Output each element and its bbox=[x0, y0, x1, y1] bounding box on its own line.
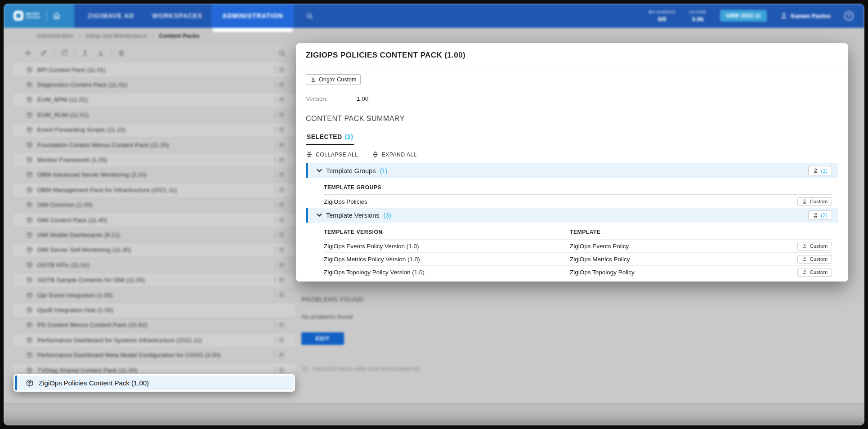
package-icon bbox=[26, 337, 33, 344]
problems-found-text: No problems found bbox=[301, 313, 353, 320]
expand-all-button[interactable]: EXPAND ALL bbox=[372, 151, 417, 158]
add-icon[interactable] bbox=[24, 49, 31, 57]
content-pack-list-item[interactable]: Diagnostics Content Pack (11.01) bbox=[13, 77, 295, 92]
content-pack-list-item[interactable]: Monitor Framework (1.05) bbox=[13, 152, 295, 167]
custom-origin-pill: Custom bbox=[797, 268, 832, 277]
cell-template: ZigiOps Topology Policy bbox=[570, 269, 797, 276]
content-pack-label: OOTB Sample Contents for OMi (11.00) bbox=[37, 277, 145, 283]
content-pack-list-item[interactable]: OMi Server Self-Monitoring (11.30) bbox=[13, 243, 295, 258]
content-pack-label: OMi Mobile Dashboards (9.21) bbox=[37, 232, 120, 238]
my-events-stat[interactable]: MY EVENTS 0/0 bbox=[649, 9, 676, 22]
custom-origin-pill: Custom bbox=[797, 242, 832, 250]
custom-origin-pill: Custom bbox=[797, 255, 832, 264]
panel-title: ZIGIOPS POLICIES CONTENT PACK (1.00) bbox=[296, 43, 848, 66]
predefined-indicator-icon bbox=[275, 81, 284, 88]
predefined-indicator-icon bbox=[275, 232, 284, 238]
content-pack-list-item[interactable]: OpsB Integration Hub (1.00) bbox=[13, 303, 295, 317]
pill-label: Custom bbox=[810, 269, 828, 275]
package-icon bbox=[26, 126, 33, 133]
tab-selected-label: SELECTED bbox=[307, 133, 342, 140]
package-icon bbox=[26, 217, 33, 223]
content-pack-list-item[interactable]: Opr Event Integration (1.00) bbox=[13, 288, 295, 303]
list-toolbar bbox=[13, 44, 295, 63]
my-events-label: MY EVENTS bbox=[649, 9, 676, 14]
edit-icon[interactable] bbox=[40, 49, 47, 57]
cell-template: ZigiOps Metrics Policy bbox=[570, 256, 797, 263]
active-label: ACTIVE bbox=[689, 9, 706, 14]
content-pack-list-item[interactable]: Performance Dashboard Meta Model Configu… bbox=[13, 348, 295, 362]
package-icon bbox=[26, 277, 33, 283]
list-search-icon[interactable] bbox=[278, 49, 286, 57]
section-count: (1) bbox=[380, 167, 387, 174]
content-pack-list-item[interactable]: OOTB Sample Contents for OMi (11.00) bbox=[13, 273, 295, 287]
package-icon bbox=[26, 201, 33, 208]
delete-icon[interactable] bbox=[118, 49, 125, 57]
content-pack-list-item[interactable]: Foundation Context Menus Content Pack (1… bbox=[13, 138, 295, 152]
table-row: ZigiOps Events Policy Version (1.0) Zigi… bbox=[324, 239, 832, 252]
collapse-all-button[interactable]: COLLAPSE ALL bbox=[306, 151, 358, 158]
content-pack-list-item[interactable]: BPI Content Pack (11.01) bbox=[13, 63, 295, 77]
section-header-template-groups[interactable]: Template Groups (1) (1) bbox=[306, 163, 838, 178]
content-pack-list-item[interactable]: OMi Content Pack (11.40) bbox=[13, 213, 295, 228]
section-title: Template Versions bbox=[326, 212, 379, 219]
cell-template-version: ZigiOps Metrics Policy Version (1.0) bbox=[324, 256, 570, 263]
package-icon bbox=[26, 292, 33, 299]
content-pack-label: OpsB Integration Hub (1.00) bbox=[37, 307, 113, 313]
nav-tab-zigiwave-ad[interactable]: ZIGIWAVE AD bbox=[79, 4, 143, 28]
package-icon bbox=[26, 232, 33, 238]
content-pack-list-item[interactable]: OMi Mobile Dashboards (9.21) bbox=[13, 228, 295, 242]
help-icon[interactable]: ? bbox=[844, 11, 854, 21]
cell-template-version: ZigiOps Topology Policy Version (1.0) bbox=[324, 269, 570, 276]
breadcrumb-setup-and-maintenance[interactable]: Setup and Maintenance bbox=[85, 32, 147, 39]
home-icon[interactable] bbox=[52, 11, 61, 20]
content-pack-label: EUM_RUM (11.01) bbox=[37, 112, 89, 118]
active-events-stat[interactable]: ACTIVE 3.0k bbox=[689, 9, 706, 22]
search-icon[interactable] bbox=[306, 4, 313, 28]
breadcrumb-administration[interactable]: Administration bbox=[36, 32, 73, 39]
content-pack-label: OMi Common (1.00) bbox=[37, 201, 92, 208]
edit-button[interactable]: EDIT bbox=[301, 332, 344, 345]
nav-tab-workspaces[interactable]: WORKSPACES bbox=[143, 4, 211, 28]
package-icon bbox=[26, 112, 33, 118]
table-row: ZigiOps Topology Policy Version (1.0) Zi… bbox=[324, 265, 832, 278]
predefined-indicator-icon bbox=[275, 352, 284, 358]
content-pack-list-item[interactable]: OBM Advanced Server Monitoring (3.10) bbox=[13, 168, 295, 183]
pill-label: Custom bbox=[810, 256, 828, 262]
selected-content-pack-item[interactable]: ZigiOps Policies Content Pack (1.00) bbox=[13, 374, 295, 392]
content-pack-list-item[interactable]: Performance Dashboard for Systems Infras… bbox=[13, 333, 295, 348]
app-window: MICROFOCUS ZIGIWAVE AD WORKSPACES ADMINI… bbox=[4, 4, 864, 425]
content-pack-list-panel: BPI Content Pack (11.01) Diagnostics Con… bbox=[13, 44, 295, 378]
content-pack-list-item[interactable]: OOTB KPIs (11.02) bbox=[13, 258, 295, 273]
table-row: ZigiOps Policies Custom bbox=[324, 195, 832, 208]
content-pack-list-item[interactable]: EUM_RUM (11.01) bbox=[13, 107, 295, 122]
package-icon bbox=[26, 171, 33, 178]
obm-version-badge: OBM 2022.11 bbox=[720, 10, 767, 22]
upload-icon[interactable] bbox=[81, 49, 89, 57]
content-pack-list-item[interactable]: OMi Common (1.00) bbox=[13, 198, 295, 213]
summary-tabstrip: SELECTED (2) bbox=[306, 133, 838, 145]
section-header-template-versions[interactable]: Template Versions (3) (3) bbox=[306, 208, 838, 223]
user-menu[interactable]: Kamen Pavlov bbox=[780, 12, 831, 19]
topbar-right-cluster: MY EVENTS 0/0 ACTIVE 3.0k OBM 2022.11 Ka… bbox=[649, 4, 864, 28]
content-pack-label: OMi Content Pack (11.40) bbox=[37, 217, 107, 223]
content-pack-list-item[interactable]: OBM Management Pack for Infrastructure (… bbox=[13, 183, 295, 197]
content-pack-list-item[interactable]: PD Context Menus Content Pack (10.82) bbox=[13, 318, 295, 333]
content-pack-list-item[interactable]: Event Forwarding Scripts (11.10) bbox=[13, 123, 295, 138]
predefined-indicator-icon bbox=[275, 322, 284, 328]
expand-all-icon bbox=[372, 151, 379, 158]
cell-template-version: ZigiOps Events Policy Version (1.0) bbox=[324, 243, 570, 250]
section-pill-count: (1) bbox=[821, 168, 828, 174]
content-pack-list-item[interactable]: EUM_BPM (11.01) bbox=[13, 93, 295, 107]
tab-selected[interactable]: SELECTED (2) bbox=[306, 133, 354, 145]
predefined-indicator-icon bbox=[275, 142, 284, 148]
nav-tab-administration[interactable]: ADMINISTRATION bbox=[211, 4, 294, 28]
refresh-icon[interactable] bbox=[61, 49, 68, 57]
content-pack-label: Performance Dashboard Meta Model Configu… bbox=[37, 352, 220, 358]
predefined-indicator-icon bbox=[275, 171, 284, 178]
package-icon bbox=[26, 262, 33, 268]
content-pack-label: OOTB KPIs (11.02) bbox=[37, 262, 89, 268]
summary-title: CONTENT PACK SUMMARY bbox=[306, 115, 838, 123]
content-pack-label: Opr Event Integration (1.00) bbox=[37, 292, 112, 299]
predefined-indicator-icon bbox=[275, 262, 284, 268]
download-icon[interactable] bbox=[97, 49, 104, 57]
